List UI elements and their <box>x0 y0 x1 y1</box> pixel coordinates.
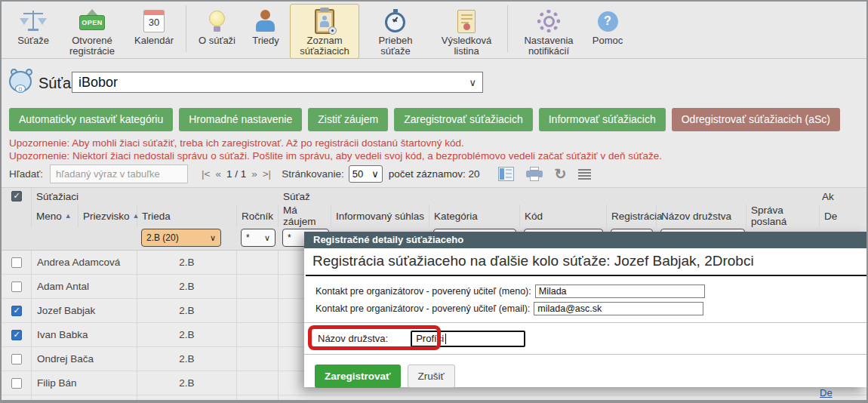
toolbar-item-vysledkova-listina[interactable]: Výsledková listina <box>432 4 501 59</box>
bulk-settings-button[interactable]: Hromadné nastavenie <box>179 108 302 131</box>
col-header-ma-zaujem[interactable]: Má záujem <box>279 205 331 227</box>
search-input[interactable] <box>50 165 188 183</box>
chevron-down-icon: ∨ <box>469 77 476 88</box>
toolbar-item-label: Kalendár <box>134 35 174 46</box>
stopwatch-icon <box>379 7 412 35</box>
records-count: počet záznamov: 20 <box>389 168 480 180</box>
toolbar-item-label: Zoznam súťažiacich <box>296 35 353 57</box>
col-header-rocnik[interactable]: Ročník <box>237 205 279 227</box>
row-checkbox[interactable] <box>11 306 22 316</box>
calendar-day: 30 <box>144 17 164 28</box>
contact-name-field[interactable] <box>535 285 705 298</box>
calendar-icon: 30 <box>137 7 171 35</box>
team-name-field[interactable]: Profíci <box>411 331 525 347</box>
unregister-participants-button[interactable]: Odregistrovať súťažiacich (aSc) <box>672 108 840 131</box>
row-checkbox[interactable] <box>11 330 22 340</box>
page-size-select[interactable]: 50 ∨ <box>349 165 383 183</box>
competition-select[interactable]: iBobor ∨ <box>72 72 483 93</box>
paging-label: Stránkovanie: <box>282 168 344 180</box>
certificate-icon <box>450 7 483 35</box>
toolbar-separator <box>507 5 508 52</box>
col-header-registracia[interactable]: Registrácia <box>607 205 657 227</box>
modal-body: Registrácia súťažiaceho na ďalšie kolo s… <box>304 248 866 387</box>
participant-class: 2.B <box>137 371 237 395</box>
toolbar-item-sutaze[interactable]: Súťaže <box>11 4 56 48</box>
participant-class: 2.B <box>137 251 237 274</box>
toolbar-item-zoznam-sutaziacich[interactable]: Zoznam súťažiacich <box>290 4 359 59</box>
register-button[interactable]: Zaregistrovať <box>315 365 401 388</box>
col-header-kod[interactable]: Kód <box>520 205 607 227</box>
row-checkbox[interactable] <box>11 257 22 268</box>
col-header-trieda[interactable]: Trieda <box>137 205 237 227</box>
competition-bar: Súťaž: iBobor ∨ <box>2 60 866 103</box>
last-page-button[interactable]: >| <box>263 168 271 180</box>
participant-class: 2.B <box>137 275 237 298</box>
auto-category-button[interactable]: Automaticky nastaviť kategóriu <box>9 108 173 131</box>
col-header-informovany-suhlas[interactable]: Informovaný súhlas <box>331 205 429 227</box>
filter-trieda-select[interactable]: 2.B (20)∨ <box>141 229 221 247</box>
participant-name: Adam Antal <box>32 275 137 298</box>
prev-page-button[interactable]: « <box>215 168 221 180</box>
toolbar-item-nastavenia-notifikacii[interactable]: Nastavenia notifikácií <box>514 4 583 59</box>
col-header-priezvisko[interactable]: Priezvisko▲ <box>78 205 137 227</box>
toolbar-item-pomoc[interactable]: ? Pomoc <box>585 4 630 48</box>
pagination: |< « 1 / 1 » >| <box>202 168 271 180</box>
search-label: Hľadať: <box>9 168 43 180</box>
row-checkbox[interactable] <box>11 354 22 365</box>
modal-heading: Registrácia súťažiaceho na ďalšie kolo s… <box>306 248 866 276</box>
row-checkbox[interactable] <box>11 281 22 292</box>
toolbar-item-o-sutazi[interactable]: O súťaži <box>192 4 242 48</box>
contact-email-field[interactable] <box>534 302 703 315</box>
list-view-icon[interactable] <box>578 169 591 180</box>
modal-title-bar[interactable]: Registračné detaily súťažiaceho <box>304 232 866 248</box>
participant-name: Jozef Babjak <box>32 299 137 322</box>
toolbar-item-priebeh-sutaze[interactable]: Priebeh súťaže <box>361 4 430 59</box>
eye-badge-icon <box>328 26 337 35</box>
toolbar-separator <box>186 5 186 52</box>
participant-name: Ivan Babka <box>32 323 137 346</box>
actions-row: Automaticky nastaviť kategóriu Hromadné … <box>9 108 840 131</box>
print-icon[interactable] <box>526 167 543 182</box>
page-size-value: 50 <box>352 168 363 180</box>
toolbar-item-triedy[interactable]: Triedy <box>243 4 288 48</box>
participant-class: 2.B <box>137 347 237 371</box>
col-header-detaily[interactable]: De <box>820 205 866 227</box>
filter-rocnik-select[interactable]: *∨ <box>241 229 275 247</box>
table-row[interactable]: Mária Biela 2.B <box>2 395 866 400</box>
toolbar-item-label: Pomoc <box>593 35 623 46</box>
refresh-icon[interactable]: ↻ <box>555 167 567 181</box>
column-settings-icon[interactable] <box>498 167 514 181</box>
col-header-meno[interactable]: Meno▲ <box>32 205 78 227</box>
contact-email-label: Kontakt pre organizátorov - poverený uči… <box>315 303 530 314</box>
warning-line: Upozornenie: Niektorí žiaci nedostali sp… <box>9 149 662 162</box>
contact-name-label: Kontakt pre organizátorov - poverený uči… <box>315 286 531 297</box>
first-page-button[interactable]: |< <box>202 168 210 180</box>
check-interest-button[interactable]: Zistiť záujem <box>308 108 388 131</box>
group-header-participants: Súťažiaci <box>32 191 279 202</box>
detail-link[interactable]: De <box>820 387 833 398</box>
toolbar: Súťaže OPEN Otvorené registrácie 30 Kale… <box>2 2 866 59</box>
participant-name: Filip Bán <box>32 371 137 395</box>
col-header-sprava-poslana[interactable]: Správa poslaná <box>746 205 820 227</box>
inform-participants-button[interactable]: Informovať súťažiacich <box>539 108 666 131</box>
search-row: Hľadať: |< « 1 / 1 » >| Stránkovanie: 50… <box>9 162 591 186</box>
person-icon <box>249 7 282 35</box>
toolbar-item-otvorene-registracie[interactable]: OPEN Otvorené registrácie <box>57 4 127 59</box>
gear-icon <box>532 7 565 35</box>
toolbar-item-label: Súťaže <box>17 35 49 46</box>
row-checkbox[interactable] <box>11 378 22 389</box>
toolbar-item-label: O súťaži <box>199 35 235 46</box>
modal-fields: Kontakt pre organizátorov - poverený uči… <box>315 285 866 315</box>
col-header-kategoria[interactable]: Kategória <box>429 205 520 227</box>
open-sign-text: OPEN <box>79 15 105 30</box>
toolbar-item-label: Priebeh súťaže <box>367 35 424 57</box>
cancel-button[interactable]: Zrušiť <box>408 365 455 388</box>
select-all-checkbox[interactable] <box>11 191 22 202</box>
register-participants-button[interactable]: Zaregistrovať súťažiacich <box>394 108 533 131</box>
toolbar-item-kalendar[interactable]: 30 Kalendár <box>128 4 180 48</box>
col-header-nazov-druzstva[interactable]: Názov družstva <box>657 205 746 227</box>
group-header-actions: Ak <box>820 191 866 202</box>
beaver-icon <box>9 69 33 93</box>
next-page-button[interactable]: » <box>251 168 257 180</box>
toolbar-item-label: Výsledková listina <box>438 35 495 57</box>
